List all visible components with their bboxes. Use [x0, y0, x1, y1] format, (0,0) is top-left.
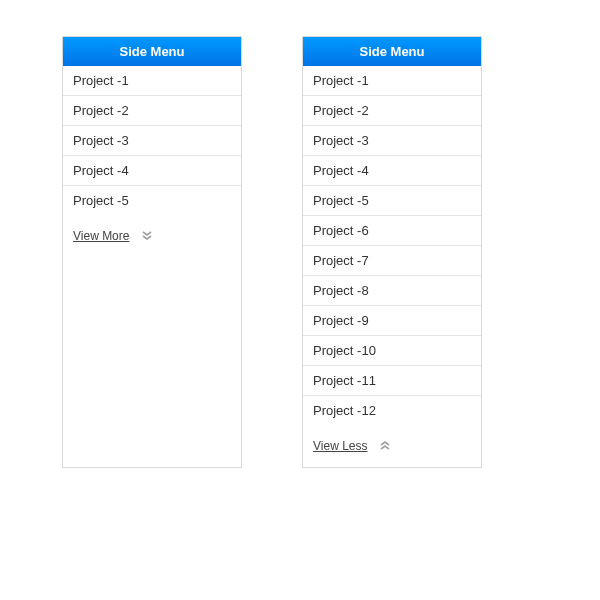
menu-item[interactable]: Project -5	[63, 185, 241, 215]
menu-item[interactable]: Project -3	[63, 125, 241, 155]
side-menu-items: Project -1Project -2Project -3Project -4…	[303, 66, 481, 425]
menu-item[interactable]: Project -12	[303, 395, 481, 425]
side-menu-footer: View Less	[303, 425, 481, 467]
view-more-link[interactable]: View More	[73, 229, 129, 243]
menu-item[interactable]: Project -7	[303, 245, 481, 275]
menu-item[interactable]: Project -4	[303, 155, 481, 185]
menu-item[interactable]: Project -3	[303, 125, 481, 155]
menu-item[interactable]: Project -10	[303, 335, 481, 365]
menu-item[interactable]: Project -11	[303, 365, 481, 395]
side-menu-items: Project -1Project -2Project -3Project -4…	[63, 66, 241, 215]
chevron-double-up-icon	[379, 440, 391, 452]
side-menu-collapsed: Side Menu Project -1Project -2Project -3…	[62, 36, 242, 468]
side-menu-expanded: Side Menu Project -1Project -2Project -3…	[302, 36, 482, 468]
side-menu-footer: View More	[63, 215, 241, 257]
menu-item[interactable]: Project -2	[63, 95, 241, 125]
side-menu-header: Side Menu	[303, 37, 481, 66]
menu-item[interactable]: Project -2	[303, 95, 481, 125]
menu-item[interactable]: Project -8	[303, 275, 481, 305]
menu-item[interactable]: Project -9	[303, 305, 481, 335]
menu-item[interactable]: Project -4	[63, 155, 241, 185]
menu-item[interactable]: Project -5	[303, 185, 481, 215]
view-less-link[interactable]: View Less	[313, 439, 367, 453]
menu-item[interactable]: Project -1	[303, 66, 481, 95]
chevron-double-down-icon	[141, 230, 153, 242]
menu-item[interactable]: Project -6	[303, 215, 481, 245]
side-menu-header: Side Menu	[63, 37, 241, 66]
menu-item[interactable]: Project -1	[63, 66, 241, 95]
